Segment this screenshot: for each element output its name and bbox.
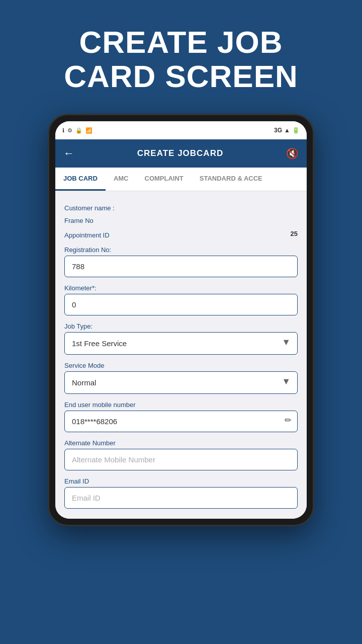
alternate-number-label: Alternate Number [64, 439, 298, 447]
end-user-mobile-wrapper: ✏ [64, 411, 298, 434]
email-id-input[interactable] [64, 487, 298, 509]
registration-no-label: Registration No: [64, 246, 298, 254]
service-mode-select[interactable]: Normal Express Doorstep [64, 371, 298, 394]
info-icon: ℹ [62, 127, 64, 134]
status-bar: ℹ ⚙ 🔒 📶 3G ▲ 🔋 [55, 121, 307, 139]
wifi-icon: 📶 [85, 127, 93, 134]
form-area: Customer name : Frame No Appointment ID … [55, 191, 307, 519]
appointment-id-label: Appointment ID [64, 231, 110, 239]
alternate-number-input[interactable] [64, 449, 298, 470]
back-button[interactable]: ← [63, 147, 74, 160]
mute-button[interactable]: 🔇 [286, 147, 299, 159]
app-bar: ← CREATE JOBCARD 🔇 [55, 139, 307, 168]
job-type-select[interactable]: 1st Free Service 2nd Free Service Paid S… [64, 332, 298, 355]
appointment-id-value: 25 [291, 230, 298, 237]
end-user-mobile-label: End user mobile number [64, 401, 298, 409]
end-user-mobile-input[interactable] [64, 411, 298, 432]
network-label: 3G [274, 127, 282, 134]
job-type-label: Job Type: [64, 323, 298, 330]
status-right: 3G ▲ 🔋 [274, 127, 300, 134]
phone-mockup: ℹ ⚙ 🔒 📶 3G ▲ 🔋 ← CREATE JOBCARD 🔇 JOB CA… [48, 114, 314, 526]
tab-job-card[interactable]: JOB CARD [55, 168, 106, 191]
status-left-icons: ℹ ⚙ 🔒 📶 [62, 127, 93, 134]
customer-name-label: Customer name : [64, 204, 298, 212]
appointment-id-row: Appointment ID 25 [64, 226, 298, 241]
tabs-bar: JOB CARD AMC COMPLAINT STANDARD & ACCE [55, 168, 307, 191]
tab-complaint[interactable]: COMPLAINT [137, 168, 192, 191]
tab-amc[interactable]: AMC [106, 168, 137, 191]
lock-icon: 🔒 [75, 127, 82, 134]
app-bar-title: CREATE JOBCARD [137, 148, 223, 158]
tab-standard-acc[interactable]: STANDARD & ACCE [192, 168, 270, 191]
email-id-label: Email ID [64, 477, 298, 485]
frame-no-label: Frame No [64, 217, 298, 224]
kilometer-label: Kilometer*: [64, 284, 298, 292]
job-type-wrapper: 1st Free Service 2nd Free Service Paid S… [64, 332, 298, 357]
edit-mobile-icon[interactable]: ✏ [285, 415, 292, 426]
settings-icon: ⚙ [67, 127, 72, 134]
page-hero-title: CREATE JOB CARD SCREEN [0, 25, 362, 94]
service-mode-label: Service Mode [64, 362, 298, 369]
service-mode-wrapper: Normal Express Doorstep ▼ [64, 371, 298, 396]
registration-no-input[interactable] [64, 256, 298, 277]
battery-icon: 🔋 [292, 127, 300, 134]
phone-screen: ℹ ⚙ 🔒 📶 3G ▲ 🔋 ← CREATE JOBCARD 🔇 JOB CA… [55, 121, 307, 519]
signal-icon: ▲ [284, 127, 290, 134]
kilometer-input[interactable] [64, 294, 298, 315]
